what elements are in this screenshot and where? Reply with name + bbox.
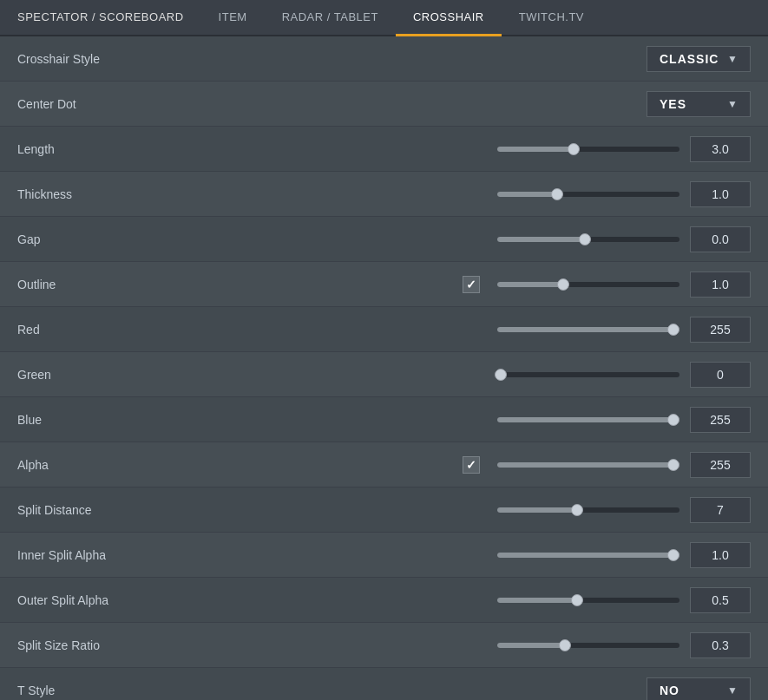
blue-row: Blue: [0, 397, 768, 442]
length-slider-container: [497, 147, 679, 152]
green-slider-thumb[interactable]: [495, 369, 507, 381]
split-size-ratio-slider-track[interactable]: [497, 643, 679, 648]
blue-slider-track[interactable]: [497, 417, 679, 422]
green-slider-track[interactable]: [497, 372, 679, 377]
outline-control: [191, 271, 751, 298]
split-distance-row: Split Distance: [0, 487, 768, 533]
gap-control: [191, 226, 751, 252]
thickness-slider-thumb[interactable]: [551, 188, 563, 200]
green-row: Green: [0, 352, 768, 397]
length-slider-thumb[interactable]: [568, 143, 580, 155]
split-distance-slider-container: [497, 507, 679, 513]
nav-item-item[interactable]: Item: [201, 0, 265, 36]
nav-item-twitch[interactable]: Twitch.tv: [502, 0, 601, 36]
thickness-control: [191, 181, 751, 207]
nav-item-radar[interactable]: Radar / Tablet: [265, 0, 396, 36]
inner-split-alpha-slider-container: [497, 553, 679, 558]
outer-split-alpha-value-input[interactable]: [690, 587, 751, 613]
crosshair-style-label: Crosshair Style: [17, 52, 191, 66]
center-dot-control: YES ▼: [191, 91, 751, 117]
thickness-slider-track[interactable]: [497, 192, 679, 197]
outer-split-alpha-slider-track[interactable]: [497, 598, 679, 603]
split-size-ratio-row: Split Size Ratio: [0, 623, 768, 668]
split-distance-slider-fill: [497, 507, 577, 513]
thickness-value-input[interactable]: [690, 181, 751, 207]
alpha-slider-track[interactable]: [497, 462, 679, 468]
nav-item-spectator[interactable]: Spectator / Scoreboard: [0, 0, 201, 36]
settings-container: Crosshair Style CLASSIC ▼ Center Dot YES…: [0, 36, 768, 700]
t-style-arrow-icon: ▼: [727, 684, 738, 697]
red-control: [191, 317, 751, 343]
split-size-ratio-value-input[interactable]: [690, 632, 751, 658]
green-value-input[interactable]: [690, 362, 751, 388]
length-row: Length: [0, 127, 768, 172]
gap-value-input[interactable]: [690, 226, 751, 252]
outline-checkbox[interactable]: [463, 276, 480, 293]
red-label: Red: [17, 323, 191, 337]
crosshair-style-control: CLASSIC ▼: [191, 46, 751, 72]
blue-control: [191, 407, 751, 433]
blue-slider-fill: [497, 417, 679, 422]
outer-split-alpha-slider-thumb[interactable]: [571, 594, 583, 606]
red-slider-track[interactable]: [497, 327, 679, 332]
split-distance-slider-track[interactable]: [497, 507, 679, 513]
split-size-ratio-slider-thumb[interactable]: [559, 639, 571, 651]
gap-slider-track[interactable]: [497, 237, 679, 242]
outline-slider-fill: [497, 282, 563, 287]
t-style-dropdown[interactable]: NO ▼: [647, 677, 751, 701]
blue-label: Blue: [17, 413, 191, 427]
blue-slider-container: [497, 417, 679, 422]
t-style-control: NO ▼: [191, 677, 751, 701]
inner-split-alpha-slider-thumb[interactable]: [667, 549, 679, 561]
outline-row: Outline: [0, 262, 768, 307]
gap-label: Gap: [17, 232, 191, 246]
length-control: [191, 136, 751, 162]
split-size-ratio-control: [191, 632, 751, 658]
outline-checkbox-container: [463, 276, 480, 293]
outline-slider-track[interactable]: [497, 282, 679, 287]
split-distance-label: Split Distance: [17, 503, 191, 517]
red-value-input[interactable]: [690, 317, 751, 343]
length-slider-fill: [497, 147, 574, 152]
gap-slider-thumb[interactable]: [579, 233, 591, 245]
top-nav: Spectator / Scoreboard Item Radar / Tabl…: [0, 0, 768, 36]
t-style-value: NO: [660, 684, 679, 697]
t-style-label: T Style: [17, 684, 191, 697]
outer-split-alpha-label: Outer Split Alpha: [17, 593, 191, 607]
alpha-control: [191, 452, 751, 478]
outline-slider-thumb[interactable]: [557, 278, 569, 291]
split-distance-slider-thumb[interactable]: [571, 504, 583, 516]
blue-slider-thumb[interactable]: [667, 414, 679, 426]
split-distance-value-input[interactable]: [690, 497, 751, 523]
inner-split-alpha-value-input[interactable]: [690, 542, 751, 568]
alpha-checkbox[interactable]: [463, 456, 480, 474]
center-dot-arrow-icon: ▼: [727, 98, 738, 110]
green-control: [191, 362, 751, 388]
crosshair-style-arrow-icon: ▼: [727, 53, 738, 65]
outline-label: Outline: [17, 278, 191, 291]
inner-split-alpha-slider-fill: [497, 553, 679, 558]
inner-split-alpha-slider-track[interactable]: [497, 553, 679, 558]
red-slider-container: [497, 327, 679, 332]
thickness-slider-fill: [497, 192, 557, 197]
outline-value-input[interactable]: [690, 271, 751, 298]
outer-split-alpha-control: [191, 587, 751, 613]
center-dot-label: Center Dot: [17, 97, 191, 111]
alpha-value-input[interactable]: [690, 452, 751, 478]
center-dot-dropdown[interactable]: YES ▼: [647, 91, 751, 117]
crosshair-style-row: Crosshair Style CLASSIC ▼: [0, 36, 768, 82]
split-size-ratio-slider-fill: [497, 643, 565, 648]
split-distance-control: [191, 497, 751, 523]
crosshair-style-dropdown[interactable]: CLASSIC ▼: [647, 46, 751, 72]
blue-value-input[interactable]: [690, 407, 751, 433]
split-size-ratio-label: Split Size Ratio: [17, 638, 191, 652]
red-slider-thumb[interactable]: [667, 324, 679, 336]
length-value-input[interactable]: [690, 136, 751, 162]
green-label: Green: [17, 368, 191, 382]
inner-split-alpha-label: Inner Split Alpha: [17, 548, 191, 562]
alpha-slider-thumb[interactable]: [667, 459, 679, 471]
nav-item-crosshair[interactable]: Crosshair: [396, 0, 502, 36]
length-slider-track[interactable]: [497, 147, 679, 152]
outer-split-alpha-slider-fill: [497, 598, 577, 603]
outer-split-alpha-row: Outer Split Alpha: [0, 578, 768, 623]
